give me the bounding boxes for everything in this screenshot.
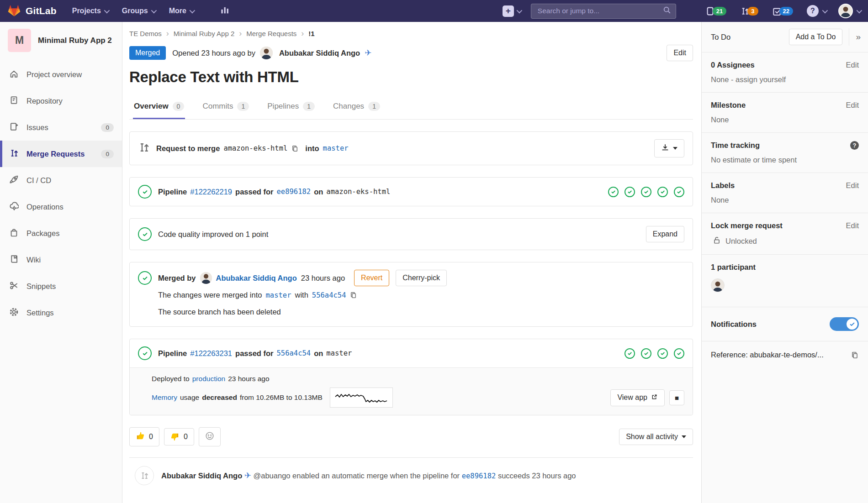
sidebar-item-ci-cd[interactable]: CI / CD <box>0 167 122 194</box>
merger-name-link[interactable]: Abubakar Siddiq Ango <box>216 274 297 283</box>
stage-success-icon[interactable] <box>608 187 619 197</box>
tab-commits[interactable]: Commits1 <box>201 96 250 119</box>
thumbs-down-icon <box>170 432 180 441</box>
topbar-right: + 21 3 22 ? <box>503 4 861 19</box>
merge-request-icon <box>138 141 150 155</box>
code-quality-text: Code quality improved on 1 point <box>158 230 268 239</box>
commit-link[interactable]: ee896182 <box>277 188 311 196</box>
sidebar-item-issues[interactable]: Issues 0 <box>0 114 122 141</box>
stage-success-icon[interactable] <box>674 187 684 197</box>
thumbs-up-button[interactable]: 0 <box>129 427 159 446</box>
sidebar-item-merge-requests[interactable]: Merge Requests 0 <box>0 141 122 167</box>
target-branch-link[interactable]: master <box>323 144 349 152</box>
issues-dashboard-button[interactable]: 21 <box>705 6 726 16</box>
analytics-chart-icon[interactable] <box>220 5 230 16</box>
merger-avatar[interactable] <box>200 272 212 284</box>
pipeline-id-link[interactable]: #122262219 <box>190 188 232 196</box>
request-to-merge-widget: Request to merge amazon-eks-html into ma… <box>129 131 693 165</box>
user-avatar <box>838 4 853 18</box>
search-icon <box>663 6 671 16</box>
gitlab-home-link[interactable]: GitLab <box>7 4 57 19</box>
assignees-edit-button[interactable]: Edit <box>846 61 859 69</box>
milestone-section: Milestone Edit None <box>702 92 868 132</box>
add-todo-button[interactable]: Add a To Do <box>789 29 843 45</box>
stage-success-icon[interactable] <box>657 187 668 197</box>
pipeline-id-link[interactable]: #122263231 <box>190 349 232 358</box>
stage-success-icon[interactable] <box>641 348 651 359</box>
expand-button[interactable]: Expand <box>646 226 684 242</box>
sidebar-item-operations[interactable]: Operations <box>0 194 122 220</box>
help-menu-button[interactable]: ? <box>807 5 826 17</box>
tab-pipelines[interactable]: Pipelines1 <box>266 96 316 119</box>
tab-changes[interactable]: Changes1 <box>332 96 381 119</box>
author-avatar[interactable] <box>260 47 273 59</box>
nav-groups[interactable]: Groups <box>122 7 155 15</box>
sidebar-item-repository[interactable]: Repository <box>0 88 122 114</box>
assignees-value[interactable]: None - assign yourself <box>711 75 859 84</box>
thumbs-down-button[interactable]: 0 <box>164 428 194 445</box>
breadcrumb-merge-requests[interactable]: Merge Requests <box>246 30 296 37</box>
nav-projects[interactable]: Projects <box>72 7 108 15</box>
download-icon <box>661 143 669 153</box>
lock-edit-button[interactable]: Edit <box>846 221 859 230</box>
breadcrumb: TE Demos › Minimal Ruby App 2 › Merge Re… <box>129 29 693 37</box>
airplane-emoji: ✈ <box>365 48 371 58</box>
copy-branch-icon[interactable] <box>291 145 299 152</box>
divider <box>129 457 693 458</box>
commit-link[interactable]: 556a4c54 <box>277 349 311 357</box>
copy-reference-icon[interactable] <box>851 351 859 359</box>
stage-success-icon[interactable] <box>625 348 635 359</box>
sidebar-item-project-overview[interactable]: Project overview <box>0 61 122 88</box>
search-input[interactable] <box>538 7 663 15</box>
stage-success-icon[interactable] <box>625 187 635 197</box>
download-dropdown-button[interactable] <box>654 139 684 157</box>
reference-section: Reference: abubakar-te-demos/... <box>702 341 868 368</box>
edit-button[interactable]: Edit <box>667 45 693 61</box>
stage-success-icon[interactable] <box>641 187 651 197</box>
activity-suffix: succeeds 23 hours ago <box>498 472 576 480</box>
breadcrumb-project[interactable]: Minimal Ruby App 2 <box>174 30 234 37</box>
milestone-label: Milestone <box>711 101 746 110</box>
pipeline-passed-text: passed for <box>235 349 273 358</box>
new-menu-button[interactable]: + <box>503 5 521 17</box>
sidebar-item-snippets[interactable]: Snippets <box>0 273 122 299</box>
help-icon[interactable]: ? <box>850 141 859 150</box>
participant-avatar[interactable] <box>711 278 725 292</box>
merge-commit-link[interactable]: 556a4c54 <box>312 291 346 299</box>
project-name: Minimal Ruby App 2 <box>38 36 112 45</box>
commit-link[interactable]: ee896182 <box>462 472 496 480</box>
author-link[interactable]: Abubakar Siddiq Ango <box>279 49 360 58</box>
sidebar-item-wiki[interactable]: Wiki <box>0 246 122 273</box>
cherry-pick-button[interactable]: Cherry-pick <box>396 270 447 286</box>
merged-widget: Merged by Abubakar Siddiq Ango 23 hours … <box>129 262 693 327</box>
merge-requests-dashboard-button[interactable]: 3 <box>740 6 758 16</box>
stage-success-icon[interactable] <box>657 348 668 359</box>
environment-link[interactable]: production <box>192 375 225 383</box>
chevron-right-icon: › <box>301 29 304 37</box>
labels-edit-button[interactable]: Edit <box>846 181 859 190</box>
stage-success-icon[interactable] <box>674 348 684 359</box>
activity-author-link[interactable]: Abubakar Siddiq Ango <box>161 472 242 480</box>
sidebar-project-link[interactable]: M Minimal Ruby App 2 <box>0 22 122 61</box>
activity-filter-button[interactable]: Show all activity <box>619 429 693 445</box>
awards-row: 0 0 Show all activity <box>129 427 693 446</box>
sidebar-item-packages[interactable]: Packages <box>0 220 122 246</box>
issues-icon <box>9 122 19 133</box>
nav-more[interactable]: More <box>169 7 194 15</box>
status-badge: Merged <box>129 46 166 60</box>
copy-commit-icon[interactable] <box>349 291 357 299</box>
revert-button[interactable]: Revert <box>354 270 389 286</box>
view-app-button[interactable]: View app <box>610 389 665 406</box>
notifications-toggle[interactable] <box>830 317 859 331</box>
sidebar-item-settings[interactable]: Settings <box>0 299 122 326</box>
user-menu-button[interactable] <box>838 4 861 18</box>
add-emoji-button[interactable] <box>199 427 221 446</box>
stop-environment-button[interactable]: ■ <box>669 390 684 405</box>
collapse-sidebar-button[interactable]: » <box>849 28 868 46</box>
milestone-edit-button[interactable]: Edit <box>846 101 859 110</box>
todos-button[interactable]: 22 <box>772 6 793 16</box>
target-branch-link[interactable]: master <box>265 291 291 299</box>
breadcrumb-group[interactable]: TE Demos <box>129 30 162 37</box>
memory-link[interactable]: Memory <box>152 393 177 402</box>
tab-overview[interactable]: Overview0 <box>133 96 185 119</box>
